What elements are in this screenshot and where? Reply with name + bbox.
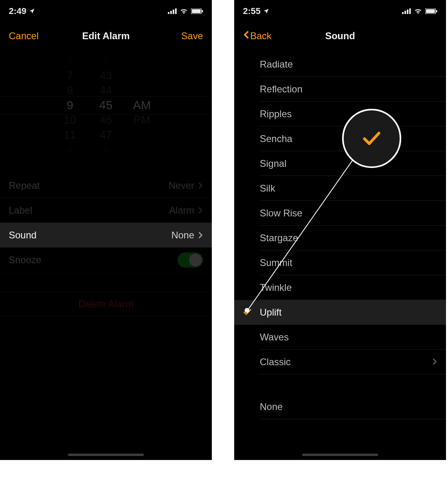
cancel-button[interactable]: Cancel [9,30,39,42]
status-bar: 2:49 [0,0,212,22]
sound-item[interactable]: Twinkle [234,275,446,300]
sound-item[interactable]: Radiate [234,52,446,77]
snooze-row: Snooze [0,248,212,272]
sound-name: Classic [260,356,291,368]
nav-bar: Back Sound [234,22,446,50]
repeat-value: Never [169,180,194,191]
sound-name: Sencha [260,133,292,144]
sound-item[interactable]: Slow Rise [234,201,446,226]
snooze-toggle[interactable] [177,252,203,268]
label-label: Label [9,205,32,216]
svg-rect-10 [409,8,411,14]
sound-row[interactable]: Sound None [0,223,212,248]
label-row[interactable]: Label Alarm [0,198,212,223]
annotation-check-callout [342,109,401,168]
sound-name: Silk [260,183,275,194]
sound-item-none[interactable]: None [234,394,446,419]
sound-item[interactable]: Stargaze [234,226,446,250]
edit-alarm-screen: 2:49 Cancel Edit Alarm Save [0,0,212,460]
sound-name: Slow Rise [260,208,303,219]
sound-name: Signal [260,158,287,169]
repeat-row[interactable]: Repeat Never [0,173,212,198]
chevron-right-icon [198,207,203,214]
sound-name: Stargaze [260,232,298,244]
sound-item[interactable]: Waves [234,325,446,350]
svg-rect-13 [436,10,437,12]
wifi-icon [414,8,422,14]
chevron-right-icon [198,232,203,239]
svg-rect-1 [170,11,172,14]
cellular-signal-icon [168,8,177,14]
sound-name: Uplift [260,307,282,318]
sound-selection-screen: 2:55 Back Sound [234,0,446,460]
chevron-right-icon [198,182,203,189]
status-bar: 2:55 [234,0,446,22]
sound-name: Waves [260,332,289,343]
sound-item[interactable]: Classic [234,350,446,374]
home-indicator[interactable] [302,454,378,456]
sound-name: None [260,401,283,412]
location-icon [29,8,35,14]
repeat-label: Repeat [9,180,40,191]
nav-bar: Cancel Edit Alarm Save [0,22,212,50]
home-indicator[interactable] [68,454,144,456]
snooze-label: Snooze [9,254,41,266]
hour-wheel[interactable]: 6 7 8 9 10 11 12 [58,53,82,157]
svg-rect-5 [192,9,201,13]
sound-label: Sound [9,230,36,241]
minute-wheel[interactable]: 42 43 44 45 46 47 48 [94,53,118,157]
wifi-icon [180,8,188,14]
back-button[interactable]: Back [243,30,271,42]
ampm-wheel[interactable]: AM PM [130,53,154,157]
svg-rect-3 [175,8,177,14]
alarm-settings-list: Repeat Never Label Alarm Sound None [0,173,212,272]
sound-name: Reflection [260,84,303,95]
status-time: 2:49 [9,6,26,16]
svg-rect-8 [404,11,406,14]
sound-name: Radiate [260,59,293,70]
svg-rect-2 [173,10,174,14]
battery-icon [191,8,203,14]
sound-name: Summit [260,257,292,268]
svg-rect-0 [168,12,169,14]
sound-item[interactable]: Summit [234,250,446,275]
status-time: 2:55 [243,6,261,16]
location-icon [263,8,269,14]
sound-item[interactable]: Ripples [234,102,446,126]
chevron-right-icon [432,356,437,368]
sound-value: None [171,230,194,241]
sound-item[interactable]: Reflection [234,77,446,102]
delete-alarm-button[interactable]: Delete Alarm [0,292,212,316]
sound-name: Twinkle [260,282,292,293]
svg-rect-9 [407,10,408,14]
sounds-list: RadiateReflectionRipplesSenchaSignalSilk… [234,52,446,374]
sound-item[interactable]: Silk [234,176,446,201]
cellular-signal-icon [402,8,411,14]
sound-item[interactable]: Signal [234,151,446,176]
sound-name: Ripples [260,108,292,120]
back-label: Back [250,30,271,42]
svg-rect-12 [426,9,435,13]
battery-icon [425,8,437,14]
chevron-left-icon [243,30,249,42]
sound-item[interactable]: Uplift [234,300,446,325]
svg-rect-6 [202,10,203,12]
label-value: Alarm [169,205,194,216]
sound-item[interactable]: Sencha [234,126,446,151]
svg-rect-7 [402,12,404,14]
save-button[interactable]: Save [181,30,203,42]
time-picker[interactable]: 6 7 8 9 10 11 12 42 43 44 45 46 47 48 [0,53,212,157]
